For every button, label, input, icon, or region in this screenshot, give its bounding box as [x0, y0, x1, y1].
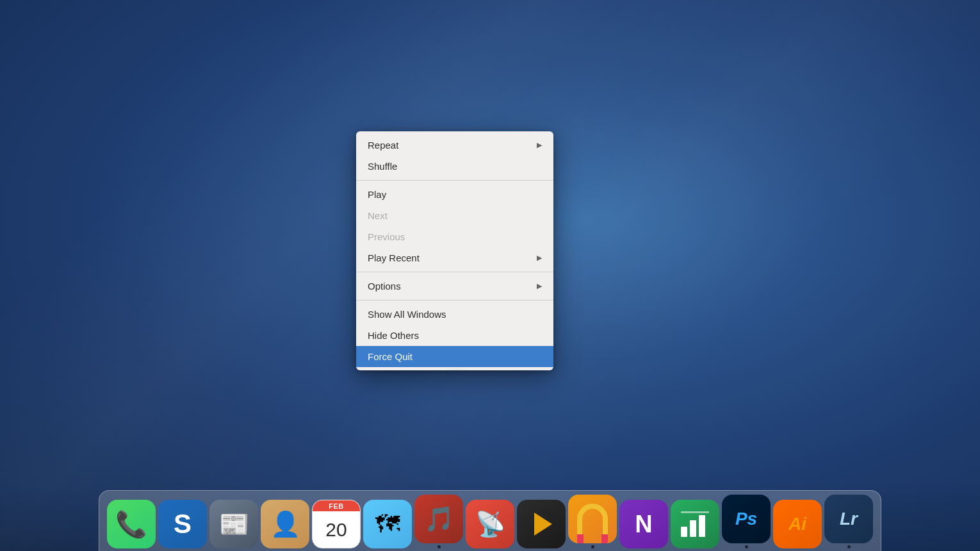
dock-icon-phone: 📞: [107, 500, 156, 548]
menu-section-options: Options ▶: [356, 272, 553, 300]
dock-inner: 📞 S 📰 👤: [99, 490, 881, 551]
dock-item-scribd[interactable]: S: [158, 500, 207, 548]
calendar-day: 20: [325, 511, 347, 548]
dock-item-contacts[interactable]: 👤: [261, 500, 309, 548]
dock-icon-onenote: N: [619, 500, 668, 548]
menu-item-shuffle[interactable]: Shuffle: [356, 156, 553, 177]
dock-item-onenote[interactable]: N: [619, 500, 668, 548]
dock-item-calendar[interactable]: FEB 20: [312, 500, 361, 548]
dock-icon-numbers: [671, 500, 719, 548]
dock-icon-readkit: 📰: [209, 500, 258, 548]
dock-item-phone[interactable]: 📞: [107, 500, 156, 548]
menu-item-options[interactable]: Options ▶: [356, 276, 553, 297]
menu-item-next: Next: [356, 205, 553, 226]
dock-icon-almighty: [568, 495, 617, 543]
submenu-arrow-icon: ▶: [537, 140, 542, 150]
menu-section-transport: Play Next Previous Play Recent ▶: [356, 181, 553, 272]
dock-icon-illustrator: Ai: [773, 500, 822, 548]
menu-item-force-quit[interactable]: Force Quit: [356, 346, 553, 367]
numbers-chart-icon: [677, 506, 713, 542]
dock-item-photoshop[interactable]: Ps: [722, 495, 771, 548]
dock-icon-lightroom: Lr: [824, 495, 873, 543]
submenu-arrow-icon: ▶: [537, 253, 542, 263]
dock-icon-itunes: 🎵: [414, 495, 463, 543]
menu-section-window: Show All Windows Hide Others Force Quit: [356, 300, 553, 370]
menu-item-play[interactable]: Play: [356, 184, 553, 205]
dock-icon-calendar: FEB 20: [312, 500, 361, 548]
dock-item-numbers[interactable]: [671, 500, 719, 548]
svg-rect-0: [681, 527, 687, 537]
menu-section-playback: Repeat ▶ Shuffle: [356, 131, 553, 181]
dock-item-maps[interactable]: 🗺: [363, 500, 412, 548]
dock-item-readkit[interactable]: 📰: [209, 500, 258, 548]
calendar-month: FEB: [313, 500, 360, 511]
dock-item-podcasts[interactable]: 📡: [466, 500, 514, 548]
dock-icon-photoshop: Ps: [722, 495, 771, 543]
menu-item-repeat[interactable]: Repeat ▶: [356, 135, 553, 156]
menu-item-play-recent[interactable]: Play Recent ▶: [356, 247, 553, 268]
dock-dot-itunes: [437, 545, 441, 548]
menu-item-show-all-windows[interactable]: Show All Windows: [356, 304, 553, 325]
dock-icon-scribd: S: [158, 500, 207, 548]
menu-item-previous: Previous: [356, 226, 553, 247]
dock-item-almighty[interactable]: [568, 495, 617, 548]
svg-rect-3: [681, 511, 709, 513]
dock-dot-lightroom: [847, 545, 851, 548]
dock-item-itunes[interactable]: 🎵: [414, 495, 463, 548]
desktop: Repeat ▶ Shuffle Play Next Previous Play…: [0, 0, 980, 551]
dock-dot-photoshop: [745, 545, 748, 548]
svg-rect-2: [699, 515, 705, 537]
horseshoe-icon: [577, 504, 608, 534]
dock: 📞 S 📰 👤: [0, 481, 980, 551]
dock-icon-plex: [517, 500, 566, 548]
dock-item-illustrator[interactable]: Ai: [773, 500, 822, 548]
dock-dot-almighty: [591, 545, 594, 548]
submenu-arrow-icon: ▶: [537, 281, 542, 291]
menu-item-hide-others[interactable]: Hide Others: [356, 325, 553, 346]
svg-rect-1: [690, 520, 696, 537]
dock-item-lightroom[interactable]: Lr: [824, 495, 873, 548]
dock-icon-contacts: 👤: [261, 500, 309, 548]
dock-item-plex[interactable]: [517, 500, 566, 548]
dock-icon-maps: 🗺: [363, 500, 412, 548]
context-menu: Repeat ▶ Shuffle Play Next Previous Play…: [356, 131, 553, 370]
dock-icon-podcasts: 📡: [466, 500, 514, 548]
plex-arrow-icon: [534, 513, 552, 536]
